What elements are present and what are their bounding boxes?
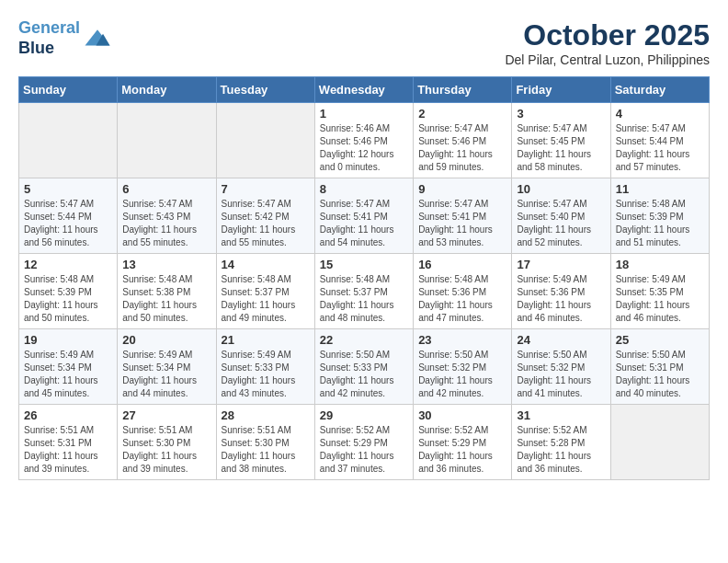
calendar-cell: 30Sunrise: 5:52 AMSunset: 5:29 PMDayligh… [414, 405, 512, 480]
day-number: 27 [122, 408, 210, 422]
day-info: Sunrise: 5:49 AMSunset: 5:34 PMDaylight:… [24, 349, 112, 400]
calendar-cell [610, 405, 709, 480]
day-number: 9 [418, 182, 506, 196]
day-info: Sunrise: 5:52 AMSunset: 5:29 PMDaylight:… [320, 424, 408, 476]
location-subtitle: Del Pilar, Central Luzon, Philippines [505, 52, 710, 67]
day-info: Sunrise: 5:48 AMSunset: 5:39 PMDaylight:… [24, 273, 112, 325]
weekday-header-sunday: Sunday [19, 77, 118, 103]
day-number: 26 [24, 408, 112, 422]
day-number: 20 [122, 333, 210, 347]
calendar-cell: 4Sunrise: 5:47 AMSunset: 5:44 PMDaylight… [610, 103, 709, 178]
day-info: Sunrise: 5:47 AMSunset: 5:40 PMDaylight:… [517, 198, 605, 249]
calendar-cell: 12Sunrise: 5:48 AMSunset: 5:39 PMDayligh… [19, 254, 118, 329]
calendar-cell: 16Sunrise: 5:48 AMSunset: 5:36 PMDayligh… [414, 254, 512, 329]
weekday-header-tuesday: Tuesday [216, 77, 314, 103]
day-number: 24 [517, 333, 605, 347]
calendar-cell: 19Sunrise: 5:49 AMSunset: 5:34 PMDayligh… [19, 329, 118, 405]
day-info: Sunrise: 5:48 AMSunset: 5:36 PMDaylight:… [418, 273, 506, 325]
calendar-cell: 21Sunrise: 5:49 AMSunset: 5:33 PMDayligh… [216, 329, 314, 405]
month-title: October 2025 [505, 18, 710, 52]
calendar-cell: 11Sunrise: 5:48 AMSunset: 5:39 PMDayligh… [610, 178, 709, 254]
calendar-cell: 23Sunrise: 5:50 AMSunset: 5:32 PMDayligh… [414, 329, 512, 405]
calendar-cell: 7Sunrise: 5:47 AMSunset: 5:42 PMDaylight… [216, 178, 314, 254]
logo: GeneralBlue [18, 18, 111, 58]
day-info: Sunrise: 5:49 AMSunset: 5:34 PMDaylight:… [122, 349, 210, 400]
day-number: 1 [320, 107, 408, 121]
day-number: 22 [320, 333, 408, 347]
title-block: October 2025 Del Pilar, Central Luzon, P… [505, 18, 710, 67]
day-number: 18 [616, 258, 704, 271]
calendar-cell: 2Sunrise: 5:47 AMSunset: 5:46 PMDaylight… [414, 103, 512, 178]
day-number: 3 [517, 107, 605, 121]
day-number: 2 [418, 107, 506, 121]
day-number: 30 [418, 408, 506, 422]
calendar-cell: 28Sunrise: 5:51 AMSunset: 5:30 PMDayligh… [216, 405, 314, 480]
day-number: 15 [320, 258, 408, 271]
day-info: Sunrise: 5:51 AMSunset: 5:31 PMDaylight:… [24, 424, 112, 476]
day-number: 31 [517, 408, 605, 422]
page-header: GeneralBlue October 2025 Del Pilar, Cent… [18, 18, 710, 67]
day-number: 13 [122, 258, 210, 271]
day-info: Sunrise: 5:48 AMSunset: 5:37 PMDaylight:… [222, 273, 310, 325]
day-info: Sunrise: 5:47 AMSunset: 5:42 PMDaylight:… [222, 198, 310, 249]
day-info: Sunrise: 5:47 AMSunset: 5:44 PMDaylight:… [616, 122, 704, 174]
day-number: 14 [222, 258, 310, 271]
day-info: Sunrise: 5:48 AMSunset: 5:39 PMDaylight:… [616, 198, 704, 249]
day-number: 16 [418, 258, 506, 271]
day-info: Sunrise: 5:49 AMSunset: 5:35 PMDaylight:… [616, 273, 704, 325]
logo-icon [84, 25, 111, 52]
calendar-cell: 8Sunrise: 5:47 AMSunset: 5:41 PMDaylight… [314, 178, 413, 254]
calendar-cell: 25Sunrise: 5:50 AMSunset: 5:31 PMDayligh… [610, 329, 709, 405]
calendar-cell: 22Sunrise: 5:50 AMSunset: 5:33 PMDayligh… [314, 329, 413, 405]
calendar-week-4: 19Sunrise: 5:49 AMSunset: 5:34 PMDayligh… [19, 329, 710, 405]
day-number: 29 [320, 408, 408, 422]
calendar-table: SundayMondayTuesdayWednesdayThursdayFrid… [18, 76, 710, 480]
day-info: Sunrise: 5:46 AMSunset: 5:46 PMDaylight:… [320, 122, 408, 174]
day-info: Sunrise: 5:49 AMSunset: 5:33 PMDaylight:… [222, 349, 310, 400]
calendar-cell: 26Sunrise: 5:51 AMSunset: 5:31 PMDayligh… [19, 405, 118, 480]
day-info: Sunrise: 5:48 AMSunset: 5:38 PMDaylight:… [122, 273, 210, 325]
day-info: Sunrise: 5:50 AMSunset: 5:32 PMDaylight:… [517, 349, 605, 400]
calendar-cell [216, 103, 314, 178]
calendar-cell: 5Sunrise: 5:47 AMSunset: 5:44 PMDaylight… [19, 178, 118, 254]
day-number: 25 [616, 333, 704, 347]
calendar-week-2: 5Sunrise: 5:47 AMSunset: 5:44 PMDaylight… [19, 178, 710, 254]
calendar-cell: 6Sunrise: 5:47 AMSunset: 5:43 PMDaylight… [118, 178, 216, 254]
day-info: Sunrise: 5:48 AMSunset: 5:37 PMDaylight:… [320, 273, 408, 325]
calendar-week-1: 1Sunrise: 5:46 AMSunset: 5:46 PMDaylight… [19, 103, 710, 178]
calendar-cell: 3Sunrise: 5:47 AMSunset: 5:45 PMDaylight… [512, 103, 610, 178]
calendar-cell: 17Sunrise: 5:49 AMSunset: 5:36 PMDayligh… [512, 254, 610, 329]
day-number: 5 [24, 182, 112, 196]
calendar-cell: 10Sunrise: 5:47 AMSunset: 5:40 PMDayligh… [512, 178, 610, 254]
day-number: 21 [222, 333, 310, 347]
weekday-header-monday: Monday [118, 77, 216, 103]
calendar-cell [118, 103, 216, 178]
calendar-cell: 18Sunrise: 5:49 AMSunset: 5:35 PMDayligh… [610, 254, 709, 329]
day-number: 19 [24, 333, 112, 347]
calendar-cell: 29Sunrise: 5:52 AMSunset: 5:29 PMDayligh… [314, 405, 413, 480]
day-info: Sunrise: 5:47 AMSunset: 5:43 PMDaylight:… [122, 198, 210, 249]
day-info: Sunrise: 5:47 AMSunset: 5:41 PMDaylight:… [418, 198, 506, 249]
calendar-cell: 27Sunrise: 5:51 AMSunset: 5:30 PMDayligh… [118, 405, 216, 480]
day-number: 23 [418, 333, 506, 347]
calendar-week-5: 26Sunrise: 5:51 AMSunset: 5:31 PMDayligh… [19, 405, 710, 480]
day-info: Sunrise: 5:47 AMSunset: 5:41 PMDaylight:… [320, 198, 408, 249]
day-info: Sunrise: 5:52 AMSunset: 5:29 PMDaylight:… [418, 424, 506, 476]
day-info: Sunrise: 5:50 AMSunset: 5:32 PMDaylight:… [418, 349, 506, 400]
day-info: Sunrise: 5:47 AMSunset: 5:44 PMDaylight:… [24, 198, 112, 249]
calendar-cell: 20Sunrise: 5:49 AMSunset: 5:34 PMDayligh… [118, 329, 216, 405]
day-number: 12 [24, 258, 112, 271]
weekday-header-wednesday: Wednesday [314, 77, 413, 103]
day-info: Sunrise: 5:51 AMSunset: 5:30 PMDaylight:… [122, 424, 210, 476]
calendar-cell: 14Sunrise: 5:48 AMSunset: 5:37 PMDayligh… [216, 254, 314, 329]
calendar-cell: 1Sunrise: 5:46 AMSunset: 5:46 PMDaylight… [314, 103, 413, 178]
day-number: 11 [616, 182, 704, 196]
day-info: Sunrise: 5:51 AMSunset: 5:30 PMDaylight:… [222, 424, 310, 476]
day-number: 17 [517, 258, 605, 271]
day-info: Sunrise: 5:47 AMSunset: 5:45 PMDaylight:… [517, 122, 605, 174]
day-info: Sunrise: 5:49 AMSunset: 5:36 PMDaylight:… [517, 273, 605, 325]
weekday-header-thursday: Thursday [414, 77, 512, 103]
day-number: 6 [122, 182, 210, 196]
calendar-cell [19, 103, 118, 178]
day-number: 10 [517, 182, 605, 196]
